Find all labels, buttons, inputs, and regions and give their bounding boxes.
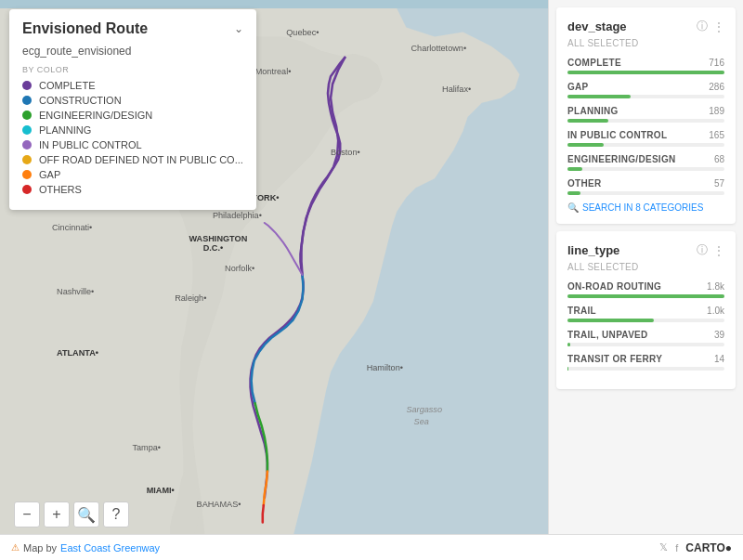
category-bar [567,294,724,298]
category-count: 14 [714,354,724,364]
map-area: Quebec• Charlottetown• Montreal• Halifax… [0,0,548,560]
legend-item-label: ENGINEERING/DESIGN [39,110,152,121]
right-panel: dev_stage ⓘ ⋮ ALL SELECTED COMPLETE 716 … [548,0,743,560]
category-count: 1.8k [707,281,724,292]
svg-text:Tampa•: Tampa• [132,443,161,452]
category-item: PLANNING 189 [567,106,724,123]
category-item: ENGINEERING/DESIGN 68 [567,154,724,171]
category-item: COMPLETE 716 [567,58,724,74]
widget-info-icon[interactable]: ⓘ [697,19,708,34]
twitter-icon[interactable]: 𝕏 [659,541,668,553]
category-bar-bg [567,143,724,147]
svg-text:ATLANTA•: ATLANTA• [57,348,98,358]
category-row: PLANNING 189 [567,106,724,116]
footer: ⚠ Map by East Coast Greenway 𝕏 f CARTO● [0,534,743,560]
legend-panel: Envisioned Route ⌄ ecg_route_envisioned … [9,9,256,210]
widget-icons: ⓘ ⋮ [697,242,724,258]
category-count: 57 [714,178,724,189]
category-bar [567,71,724,74]
legend-item: OTHERS [22,184,243,195]
legend-item: IN PUBLIC CONTROL [22,139,243,150]
legend-item-label: PLANNING [39,124,91,136]
widget-all-selected: ALL SELECTED [567,262,724,272]
category-label: IN PUBLIC CONTROL [567,130,667,140]
category-item: ON-ROAD ROUTING 1.8k [567,281,724,298]
zoom-in-button[interactable]: + [44,501,70,527]
category-bar-bg [567,95,724,98]
category-row: ENGINEERING/DESIGN 68 [567,154,724,164]
category-item: TRAIL, UNPAVED 39 [567,330,724,346]
category-label: TRANSIT OR FERRY [567,354,662,364]
search-map-button[interactable]: 🔍 [73,501,99,527]
svg-text:Cincinnati•: Cincinnati• [52,223,92,232]
svg-text:Sargasso: Sargasso [406,405,442,414]
category-label: GAP [567,82,589,92]
search-categories-button[interactable]: 🔍 SEARCH IN 8 CATEGORIES [567,202,724,213]
category-bar [567,119,608,123]
category-bar [567,143,604,147]
category-bar-bg [567,71,724,74]
category-label: OTHER [567,178,602,189]
widget-header: line_type ⓘ ⋮ [567,242,724,258]
category-label: TRAIL, UNPAVED [567,330,648,340]
category-bar-bg [567,294,724,298]
svg-text:Charlottetown•: Charlottetown• [411,44,467,53]
legend-item: GAP [22,169,243,180]
legend-item-label: OTHERS [39,184,82,195]
widget-icons: ⓘ ⋮ [697,19,724,34]
legend-color-dot [22,81,32,90]
category-item: GAP 286 [567,82,724,98]
legend-item-label: GAP [39,169,60,180]
category-bar [567,319,654,322]
legend-chevron-icon[interactable]: ⌄ [234,22,243,35]
svg-text:MIAMI•: MIAMI• [147,486,175,495]
legend-item: CONSTRUCTION [22,95,243,106]
legend-header: Envisioned Route ⌄ [22,20,243,37]
widget-all-selected: ALL SELECTED [567,38,724,48]
legend-item-label: IN PUBLIC CONTROL [39,139,142,150]
facebook-icon[interactable]: f [675,542,678,553]
category-row: ON-ROAD ROUTING 1.8k [567,281,724,292]
widget-menu-icon[interactable]: ⋮ [713,244,724,257]
category-row: IN PUBLIC CONTROL 165 [567,130,724,140]
legend-item: PLANNING [22,124,243,136]
category-row: OTHER 57 [567,178,724,189]
category-item: TRAIL 1.0k [567,306,724,322]
legend-item: OFF ROAD DEFINED NOT IN PUBLIC CO... [22,154,243,165]
category-row: TRAIL, UNPAVED 39 [567,330,724,340]
legend-item: COMPLETE [22,80,243,91]
category-label: ENGINEERING/DESIGN [567,154,676,164]
legend-color-dot [22,96,32,105]
category-count: 39 [714,330,724,340]
category-row: TRAIL 1.0k [567,306,724,316]
help-button[interactable]: ? [103,501,129,527]
category-bar-bg [567,191,724,195]
widget-header: dev_stage ⓘ ⋮ [567,19,724,34]
legend-color-dot [22,155,32,164]
category-item: IN PUBLIC CONTROL 165 [567,130,724,147]
legend-color-dot [22,185,32,194]
svg-text:Nashville•: Nashville• [57,287,94,296]
svg-text:Philadelphia•: Philadelphia• [213,211,262,220]
svg-text:D.C.•: D.C.• [203,243,223,253]
category-bar-bg [567,367,724,371]
search-categories-label: SEARCH IN 8 CATEGORIES [582,202,703,213]
legend-item-label: OFF ROAD DEFINED NOT IN PUBLIC CO... [39,154,243,165]
legend-title: Envisioned Route [22,20,148,37]
zoom-out-button[interactable]: − [14,501,40,527]
warning-icon: ⚠ [11,542,20,553]
category-count: 189 [709,106,724,116]
legend-color-dot [22,170,32,179]
footer-attribution-link[interactable]: East Coast Greenway [60,542,160,553]
widget-info-icon[interactable]: ⓘ [697,242,708,258]
widget-title: line_type [567,243,619,257]
category-label: COMPLETE [567,58,621,68]
category-count: 286 [709,82,724,92]
category-count: 1.0k [707,306,724,316]
svg-text:Montreal•: Montreal• [255,67,292,76]
svg-text:BAHAMAS•: BAHAMAS• [197,500,241,509]
widget-title: dev_stage [567,20,627,33]
legend-subtitle: ecg_route_envisioned [22,45,243,58]
widget-menu-icon[interactable]: ⋮ [713,20,724,33]
legend-color-dot [22,125,32,135]
